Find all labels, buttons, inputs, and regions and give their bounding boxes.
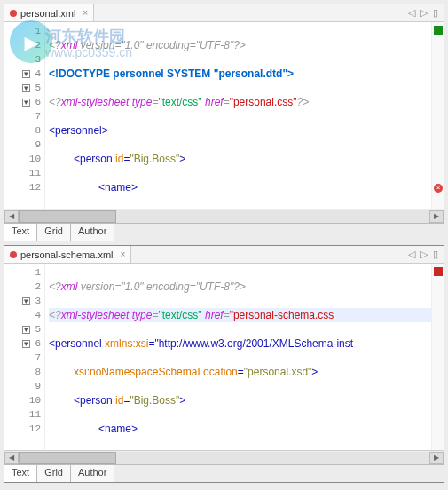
next-tab-icon[interactable]: ▷ [420,7,428,19]
editor-pane-1: ▸ 河东软件园 www.pc0359.cn personal.xml × ◁ ▷… [4,4,444,241]
tab-nav: ◁ ▷ ▯ [408,249,444,260]
code-area[interactable]: <?xml version="1.0" encoding="UTF-8"?> <… [45,22,431,209]
tab-author[interactable]: Author [71,465,114,482]
file-tab[interactable]: personal.xml × [4,4,94,21]
tab-title: personal.xml [20,8,75,19]
view-mode-tabs: Text Grid Author [4,464,444,482]
tab-text[interactable]: Text [4,224,37,241]
scroll-left-icon[interactable]: ◀ [4,210,19,223]
fold-icon[interactable]: ▾ [22,326,30,334]
close-icon[interactable]: × [121,249,126,259]
file-tab[interactable]: personal-schema.xml × [4,246,131,263]
scroll-thumb[interactable] [19,452,116,464]
scroll-right-icon[interactable]: ▶ [429,452,444,464]
overview-ruler[interactable] [431,264,444,450]
modified-dot-icon [10,251,17,258]
fold-icon[interactable]: ▾ [22,70,30,78]
error-marker-icon[interactable]: × [434,184,443,193]
code-editor[interactable]: 12 ▾3 4 ▾5 ▾6 789 101112 <?xml version="… [4,264,444,450]
prev-tab-icon[interactable]: ◁ [408,7,415,19]
tab-bar: personal-schema.xml × ◁ ▷ ▯ [4,246,444,264]
fold-icon[interactable]: ▾ [22,84,30,92]
tab-menu-icon[interactable]: ▯ [433,249,438,260]
close-icon[interactable]: × [83,8,88,18]
tab-author[interactable]: Author [71,224,114,241]
line-gutter: 12 ▾3 4 ▾5 ▾6 789 101112 [4,264,45,450]
tab-grid[interactable]: Grid [37,224,71,241]
next-tab-icon[interactable]: ▷ [420,249,428,260]
scroll-thumb[interactable] [19,210,116,223]
tab-grid[interactable]: Grid [37,465,71,482]
tab-text[interactable]: Text [4,465,37,482]
code-editor[interactable]: 123 ▾4 ▾5 ▾6 789 101112 <?xml version="1… [4,22,444,209]
prev-tab-icon[interactable]: ◁ [408,249,415,260]
scroll-left-icon[interactable]: ◀ [4,452,19,464]
horizontal-scrollbar[interactable]: ◀ ▶ [4,450,444,464]
overview-ruler[interactable]: × [431,22,444,209]
fold-icon[interactable]: ▾ [22,340,30,348]
validation-error-icon [434,267,443,276]
code-area[interactable]: <?xml version="1.0" encoding="UTF-8"?> <… [45,264,431,450]
tab-menu-icon[interactable]: ▯ [433,7,438,19]
modified-dot-icon [10,10,17,17]
view-mode-tabs: Text Grid Author [4,223,444,241]
fold-icon[interactable]: ▾ [22,99,30,107]
horizontal-scrollbar[interactable]: ◀ ▶ [4,209,444,223]
tab-title: personal-schema.xml [20,249,114,260]
validation-ok-icon [434,26,443,35]
scroll-right-icon[interactable]: ▶ [429,210,444,223]
tab-nav: ◁ ▷ ▯ [408,7,444,19]
line-gutter: 123 ▾4 ▾5 ▾6 789 101112 [4,22,45,209]
tab-bar: personal.xml × ◁ ▷ ▯ [4,4,444,22]
editor-pane-2: personal-schema.xml × ◁ ▷ ▯ 12 ▾3 4 ▾5 ▾… [4,245,444,483]
fold-icon[interactable]: ▾ [22,297,30,305]
